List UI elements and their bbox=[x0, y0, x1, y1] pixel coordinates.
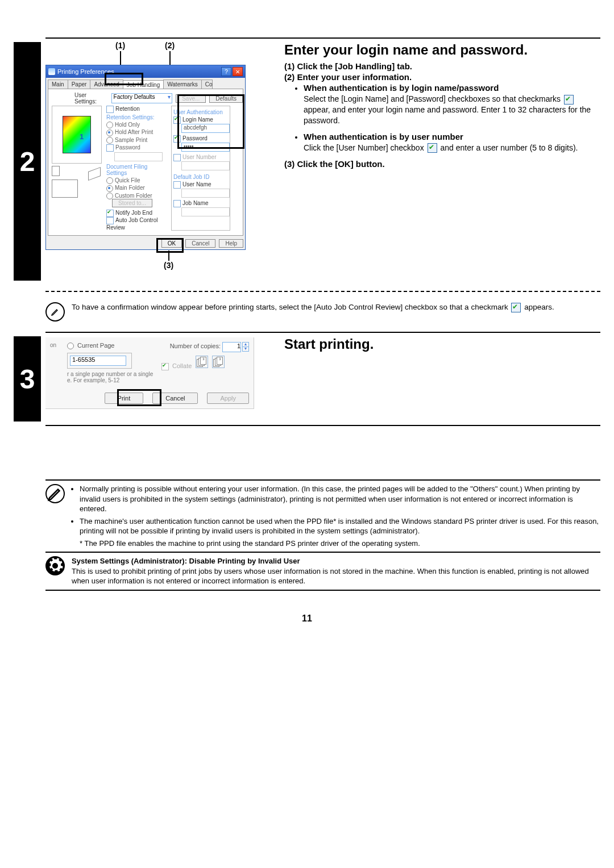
step-number-3: 3 bbox=[14, 336, 41, 422]
user-name-input[interactable] bbox=[181, 189, 230, 198]
user-number-input[interactable] bbox=[181, 161, 230, 170]
step2-item-2: (2) Enter your user information. bbox=[284, 72, 600, 82]
job-name-label: Job Name bbox=[182, 200, 209, 206]
footnote-2-title: System Settings (Administrator): Disable… bbox=[72, 556, 600, 566]
auth-user-body: Click the [User Number] checkbox and ent… bbox=[304, 143, 600, 153]
help-button[interactable]: Help bbox=[219, 239, 243, 248]
password-checkbox[interactable] bbox=[106, 144, 114, 152]
note-text-pre: To have a confirmation window appear bef… bbox=[72, 303, 510, 311]
tab-color[interactable]: Color bbox=[201, 80, 213, 89]
main-folder-radio[interactable] bbox=[106, 185, 113, 192]
step2-heading: Enter your login name and password. bbox=[284, 42, 600, 58]
current-page-label: Current Page bbox=[77, 342, 114, 349]
job-name-input[interactable] bbox=[181, 207, 230, 216]
copies-spinner[interactable]: ▲▼ bbox=[242, 343, 249, 352]
note-icon bbox=[45, 302, 65, 322]
notify-job-end-checkbox[interactable] bbox=[106, 210, 114, 217]
pages-hint-2: e. For example, 5-12 bbox=[67, 377, 155, 383]
quick-file-radio[interactable] bbox=[106, 177, 113, 184]
user-number-label: User Number bbox=[182, 154, 216, 160]
auth-user-body-post: and enter a user number (5 to 8 digits). bbox=[440, 143, 578, 152]
checkmark-icon bbox=[564, 95, 574, 105]
default-job-id-header: Default Job ID bbox=[173, 174, 228, 180]
footnote-2-body: This is used to prohibit printing of pri… bbox=[72, 566, 600, 586]
pages-hint-1: r a single page number or a single bbox=[67, 371, 155, 377]
main-folder-label: Main Folder bbox=[115, 185, 145, 191]
job-name-checkbox[interactable] bbox=[173, 200, 181, 207]
auth-login-body-pre: Select the [Login Name] and [Password] c… bbox=[304, 94, 563, 103]
footnote-1-b2: The machine's user authentication functi… bbox=[80, 516, 600, 536]
apply-button[interactable]: Apply bbox=[207, 393, 249, 404]
footnote-1-text: Normally printing is possible without en… bbox=[72, 484, 600, 548]
collate-icon: 123 bbox=[212, 356, 225, 368]
custom-folder-label: Custom Folder bbox=[115, 193, 152, 199]
pb-tail: on bbox=[50, 342, 60, 383]
note-text-post: appears. bbox=[524, 303, 554, 311]
collate-label: Collate bbox=[172, 362, 192, 369]
hold-after-print-label: Hold After Print bbox=[115, 129, 153, 135]
checkmark-icon bbox=[511, 303, 521, 312]
note-icon bbox=[45, 484, 65, 503]
auth-user-title: When authentication is by user number bbox=[304, 132, 600, 141]
highlight-print bbox=[117, 389, 161, 406]
copies-input[interactable]: 1 bbox=[222, 342, 241, 352]
page-number: 11 bbox=[14, 614, 600, 624]
footnote-2-text: System Settings (Administrator): Disable… bbox=[72, 556, 600, 586]
auth-login-title: When authentication is by login name/pas… bbox=[304, 83, 600, 93]
auto-review-label: Auto Job Control Review bbox=[106, 217, 158, 231]
callout-3: (3) bbox=[164, 261, 173, 270]
user-name-checkbox[interactable] bbox=[173, 181, 181, 189]
collate-checkbox[interactable] bbox=[161, 363, 169, 370]
auth-login-body-post: appear, and enter your login name and pa… bbox=[304, 105, 591, 125]
highlight-3 bbox=[156, 238, 184, 253]
checkmark-icon bbox=[428, 143, 437, 153]
tab-main[interactable]: Main bbox=[48, 80, 68, 89]
dialog-titlebar: Printing Preferences ? ✕ bbox=[46, 65, 245, 78]
retention-label: Retention bbox=[115, 106, 140, 112]
sample-print-radio[interactable] bbox=[106, 137, 113, 144]
collate-icon: 123 bbox=[196, 356, 208, 368]
hold-only-label: Hold Only bbox=[115, 122, 140, 128]
tab-paper[interactable]: Paper bbox=[68, 80, 91, 89]
sample-print-label: Sample Print bbox=[115, 137, 147, 143]
retention-password-input[interactable] bbox=[114, 152, 163, 161]
retention-checkbox[interactable] bbox=[106, 106, 114, 113]
dialog-tabs: Main Paper Advanced Job Handling Waterma… bbox=[46, 78, 245, 89]
hold-only-radio[interactable] bbox=[106, 122, 113, 128]
user-number-checkbox[interactable] bbox=[173, 154, 181, 161]
printer-diagram-icon bbox=[52, 180, 78, 198]
footnote-1-b1: Normally printing is possible without en… bbox=[80, 484, 600, 514]
notify-job-end-label: Notify Job End bbox=[115, 210, 152, 216]
retention-settings-header: Retention Settings: bbox=[106, 114, 168, 120]
step3-heading: Start printing. bbox=[284, 336, 600, 352]
stored-to-button[interactable]: Stored to... bbox=[112, 199, 152, 207]
auth-login-body: Select the [Login Name] and [Password] c… bbox=[304, 94, 600, 126]
highlight-2 bbox=[177, 94, 244, 149]
cancel-button[interactable]: Cancel bbox=[185, 239, 215, 248]
user-settings-select[interactable]: Factory Defaults bbox=[111, 93, 173, 103]
close-icon[interactable]: ✕ bbox=[233, 67, 243, 76]
help-icon[interactable]: ? bbox=[221, 67, 231, 76]
password-opt-label: Password bbox=[115, 144, 140, 151]
current-page-radio[interactable] bbox=[67, 343, 74, 349]
quick-file-label: Quick File bbox=[115, 177, 140, 183]
printing-preferences-dialog: Printing Preferences ? ✕ Main Paper Adva… bbox=[45, 65, 246, 250]
callout-2: (2) bbox=[165, 41, 175, 50]
page-preview: 1 bbox=[52, 106, 102, 164]
dialog-app-icon bbox=[48, 68, 55, 75]
pages-input[interactable]: 1-65535 bbox=[70, 356, 126, 366]
user-settings-label: User Settings: bbox=[74, 92, 108, 105]
hold-after-print-radio[interactable] bbox=[106, 130, 113, 136]
zoom-icon[interactable] bbox=[52, 166, 60, 176]
callout-1: (1) bbox=[115, 41, 125, 50]
gear-icon bbox=[45, 556, 65, 575]
auth-user-body-pre: Click the [User Number] checkbox bbox=[304, 143, 426, 152]
auto-review-checkbox[interactable] bbox=[106, 217, 114, 224]
highlight-1 bbox=[105, 73, 143, 85]
step2-item-1: (1) Click the [Job Handling] tab. bbox=[284, 61, 600, 71]
step2-item-3: (3) Click the [OK] button. bbox=[284, 159, 600, 169]
print-dialog: on Current Page 1-65535 r a single page … bbox=[45, 337, 254, 409]
tab-watermarks[interactable]: Watermarks bbox=[163, 80, 202, 89]
docfiling-header: Document Filing Settings bbox=[106, 164, 168, 176]
preview-badge: 1 bbox=[80, 132, 84, 141]
